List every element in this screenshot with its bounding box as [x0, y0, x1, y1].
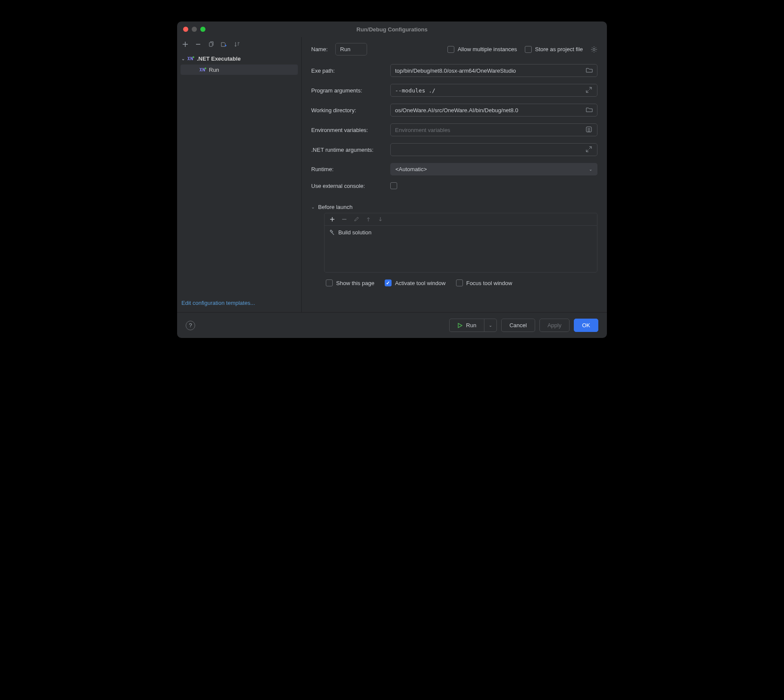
checkbox-checked-icon [385, 279, 392, 286]
folder-icon[interactable] [586, 107, 593, 114]
apply-button[interactable]: Apply [539, 319, 570, 332]
before-launch-toolbar [324, 213, 597, 225]
checkbox-icon [456, 279, 463, 286]
exe-path-label: Exe path: [311, 68, 384, 74]
store-project-checkbox[interactable]: Store as project file [525, 46, 583, 53]
activate-tool-checkbox[interactable]: Activate tool window [385, 279, 446, 286]
program-args-input[interactable]: --modules ./ [390, 84, 597, 97]
checkbox-icon [447, 46, 454, 53]
add-task-button[interactable] [329, 216, 336, 223]
hammer-icon [329, 230, 335, 236]
name-label: Name: [311, 46, 328, 52]
checkbox-icon [390, 182, 397, 189]
runtime-select[interactable]: <Automatic> ⌄ [390, 163, 597, 175]
chevron-down-icon: ⌄ [181, 56, 185, 61]
expand-icon[interactable] [586, 87, 593, 94]
before-launch-label: Before launch [318, 204, 352, 210]
run-dropdown-button[interactable]: ⌄ [484, 319, 497, 332]
external-console-label: Use external console: [311, 183, 384, 189]
dotnet-icon [199, 66, 206, 73]
program-args-value: --modules ./ [395, 87, 582, 94]
dotnet-icon [187, 55, 194, 62]
env-label: Environment variables: [311, 127, 384, 133]
runtime-label: Runtime: [311, 166, 384, 172]
workdir-input[interactable]: os/OneWare.AI/src/OneWare.AI/bin/Debug/n… [390, 104, 597, 117]
checkbox-icon [525, 46, 532, 53]
config-group-label: .NET Executable [197, 55, 241, 62]
before-launch-list[interactable]: Build solution [324, 225, 597, 273]
edit-templates-link[interactable]: Edit configuration templates... [177, 295, 301, 312]
list-item-label: Build solution [338, 229, 371, 236]
program-args-label: Program arguments: [311, 87, 384, 94]
config-group-net-executable[interactable]: ⌄ .NET Executable [177, 53, 301, 64]
focus-tool-checkbox[interactable]: Focus tool window [456, 279, 512, 286]
move-up-button[interactable] [365, 216, 372, 223]
sidebar-toolbar [177, 37, 301, 52]
activate-tool-label: Activate tool window [395, 280, 446, 286]
play-icon [457, 323, 462, 328]
exe-path-value: top/bin/Debug/net8.0/osx-arm64/OneWareSt… [395, 68, 582, 74]
config-item-run[interactable]: Run [181, 64, 298, 75]
expand-icon[interactable] [586, 146, 593, 153]
store-project-label: Store as project file [535, 46, 583, 52]
dialog-window: Run/Debug Configurations ⌄ .NET Executab… [177, 21, 607, 338]
main-panel: Name: Allow multiple instances Store as … [302, 37, 607, 312]
name-input[interactable] [335, 43, 367, 55]
external-console-checkbox[interactable] [390, 182, 397, 189]
before-launch-section[interactable]: ⌄ Before launch [311, 204, 597, 210]
list-icon[interactable] [586, 126, 593, 133]
runtime-value: <Automatic> [395, 166, 427, 172]
chevron-down-icon: ⌄ [311, 205, 315, 209]
chevron-down-icon: ⌄ [589, 167, 592, 172]
sort-config-button[interactable] [233, 40, 241, 48]
workdir-value: os/OneWare.AI/src/OneWare.AI/bin/Debug/n… [395, 107, 582, 114]
svg-point-3 [593, 48, 595, 50]
svg-point-1 [193, 56, 194, 58]
svg-point-2 [205, 68, 206, 69]
footer: ? Run ⌄ Cancel Apply OK [177, 312, 607, 338]
add-config-button[interactable] [181, 40, 189, 48]
runtime-args-label: .NET runtime arguments: [311, 147, 384, 153]
gear-icon[interactable] [591, 46, 597, 53]
config-item-label: Run [209, 67, 219, 73]
svg-rect-0 [209, 43, 212, 46]
move-down-button[interactable] [377, 216, 384, 223]
chevron-down-icon: ⌄ [489, 323, 492, 328]
save-config-button[interactable] [220, 40, 228, 48]
env-placeholder: Environment variables [395, 127, 582, 133]
checkbox-icon [326, 279, 333, 286]
list-item[interactable]: Build solution [329, 229, 593, 236]
cancel-button[interactable]: Cancel [501, 319, 535, 332]
ok-button[interactable]: OK [574, 319, 598, 332]
edit-task-button[interactable] [353, 216, 360, 223]
config-tree: ⌄ .NET Executable Run [177, 52, 301, 295]
sidebar: ⌄ .NET Executable Run Edit configuration… [177, 37, 302, 312]
allow-multiple-label: Allow multiple instances [458, 46, 517, 52]
show-this-page-checkbox[interactable]: Show this page [326, 279, 374, 286]
folder-icon[interactable] [586, 67, 593, 74]
help-button[interactable]: ? [186, 321, 195, 330]
env-input[interactable]: Environment variables [390, 123, 597, 136]
workdir-label: Working directory: [311, 107, 384, 114]
focus-tool-label: Focus tool window [466, 280, 512, 286]
window-title: Run/Debug Configurations [177, 26, 607, 33]
exe-path-input[interactable]: top/bin/Debug/net8.0/osx-arm64/OneWareSt… [390, 64, 597, 77]
copy-config-button[interactable] [207, 40, 215, 48]
minimize-window-button[interactable] [192, 27, 197, 32]
allow-multiple-checkbox[interactable]: Allow multiple instances [447, 46, 517, 53]
titlebar: Run/Debug Configurations [177, 21, 607, 37]
run-button[interactable]: Run [449, 319, 484, 332]
remove-task-button[interactable] [341, 216, 348, 223]
run-button-label: Run [466, 322, 476, 329]
maximize-window-button[interactable] [200, 27, 205, 32]
traffic-lights [183, 27, 205, 32]
remove-config-button[interactable] [194, 40, 202, 48]
runtime-args-input[interactable] [390, 143, 597, 156]
show-this-page-label: Show this page [336, 280, 374, 286]
close-window-button[interactable] [183, 27, 188, 32]
